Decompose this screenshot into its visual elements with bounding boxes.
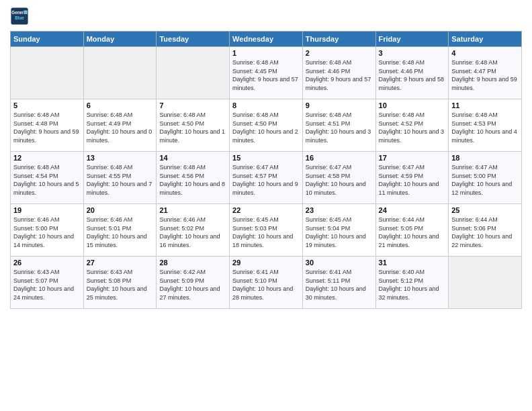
- calendar-week: 26Sunrise: 6:43 AMSunset: 5:07 PMDayligh…: [11, 257, 522, 309]
- header: General Blue: [10, 7, 522, 26]
- weekday-header: Saturday: [449, 32, 522, 47]
- calendar-cell: [83, 47, 157, 99]
- header-row: SundayMondayTuesdayWednesdayThursdayFrid…: [11, 32, 522, 47]
- calendar-cell: 16Sunrise: 6:47 AMSunset: 4:58 PMDayligh…: [302, 152, 375, 204]
- calendar-cell: 26Sunrise: 6:43 AMSunset: 5:07 PMDayligh…: [11, 257, 84, 309]
- day-info: Sunrise: 6:47 AMSunset: 4:58 PMDaylight:…: [306, 163, 373, 197]
- weekday-header: Wednesday: [230, 32, 303, 47]
- calendar-cell: 9Sunrise: 6:48 AMSunset: 4:51 PMDaylight…: [302, 99, 375, 152]
- calendar-cell: 2Sunrise: 6:48 AMSunset: 4:46 PMDaylight…: [302, 47, 375, 99]
- calendar-cell: 31Sunrise: 6:40 AMSunset: 5:12 PMDayligh…: [375, 257, 449, 309]
- day-info: Sunrise: 6:44 AMSunset: 5:05 PMDaylight:…: [379, 216, 446, 249]
- day-number: 31: [379, 259, 446, 267]
- day-number: 20: [87, 206, 154, 214]
- calendar-cell: 19Sunrise: 6:46 AMSunset: 5:00 PMDayligh…: [11, 204, 84, 257]
- calendar-cell: 23Sunrise: 6:45 AMSunset: 5:04 PMDayligh…: [302, 204, 375, 257]
- day-number: 25: [451, 206, 519, 214]
- calendar-cell: 6Sunrise: 6:48 AMSunset: 4:49 PMDaylight…: [83, 99, 157, 152]
- day-number: 15: [232, 154, 300, 162]
- calendar-cell: 21Sunrise: 6:46 AMSunset: 5:02 PMDayligh…: [157, 204, 230, 257]
- day-number: 12: [13, 154, 81, 162]
- day-number: 23: [306, 206, 373, 214]
- day-info: Sunrise: 6:48 AMSunset: 4:51 PMDaylight:…: [306, 111, 373, 144]
- day-info: Sunrise: 6:45 AMSunset: 5:03 PMDaylight:…: [232, 216, 300, 249]
- day-number: 13: [87, 154, 154, 162]
- day-number: 19: [13, 206, 81, 214]
- day-number: 9: [306, 101, 373, 109]
- day-info: Sunrise: 6:48 AMSunset: 4:50 PMDaylight:…: [232, 111, 300, 144]
- calendar-cell: 30Sunrise: 6:41 AMSunset: 5:11 PMDayligh…: [302, 257, 375, 309]
- calendar-week: 12Sunrise: 6:48 AMSunset: 4:54 PMDayligh…: [11, 152, 522, 204]
- calendar-cell: 10Sunrise: 6:48 AMSunset: 4:52 PMDayligh…: [375, 99, 449, 152]
- calendar-cell: 5Sunrise: 6:48 AMSunset: 4:48 PMDaylight…: [11, 99, 84, 152]
- day-number: 24: [379, 206, 446, 214]
- calendar-cell: 18Sunrise: 6:47 AMSunset: 5:00 PMDayligh…: [449, 152, 522, 204]
- day-number: 22: [232, 206, 300, 214]
- day-info: Sunrise: 6:44 AMSunset: 5:06 PMDaylight:…: [451, 216, 519, 249]
- day-number: 27: [87, 259, 154, 267]
- svg-text:Blue: Blue: [15, 15, 24, 20]
- weekday-header: Monday: [83, 32, 157, 47]
- day-number: 10: [379, 101, 446, 109]
- calendar-cell: 8Sunrise: 6:48 AMSunset: 4:50 PMDaylight…: [230, 99, 303, 152]
- day-info: Sunrise: 6:46 AMSunset: 5:01 PMDaylight:…: [87, 216, 154, 249]
- day-info: Sunrise: 6:48 AMSunset: 4:46 PMDaylight:…: [379, 58, 446, 92]
- weekday-header: Tuesday: [157, 32, 230, 47]
- calendar-cell: [11, 47, 84, 99]
- day-number: 4: [451, 49, 519, 57]
- logo-icon: General Blue: [10, 7, 29, 26]
- day-number: 14: [159, 154, 226, 162]
- day-info: Sunrise: 6:40 AMSunset: 5:12 PMDaylight:…: [379, 268, 446, 302]
- day-info: Sunrise: 6:41 AMSunset: 5:11 PMDaylight:…: [306, 268, 373, 302]
- day-info: Sunrise: 6:48 AMSunset: 4:54 PMDaylight:…: [13, 163, 81, 197]
- day-info: Sunrise: 6:48 AMSunset: 4:52 PMDaylight:…: [379, 111, 446, 144]
- day-info: Sunrise: 6:48 AMSunset: 4:48 PMDaylight:…: [13, 111, 81, 144]
- day-number: 3: [379, 49, 446, 57]
- day-number: 1: [232, 49, 300, 57]
- logo: General Blue: [10, 7, 29, 26]
- calendar-cell: 15Sunrise: 6:47 AMSunset: 4:57 PMDayligh…: [230, 152, 303, 204]
- calendar-week: 5Sunrise: 6:48 AMSunset: 4:48 PMDaylight…: [11, 99, 522, 152]
- day-number: 7: [159, 101, 226, 109]
- calendar-cell: 24Sunrise: 6:44 AMSunset: 5:05 PMDayligh…: [375, 204, 449, 257]
- day-number: 11: [451, 101, 519, 109]
- calendar-cell: [449, 257, 522, 309]
- day-info: Sunrise: 6:47 AMSunset: 5:00 PMDaylight:…: [451, 163, 519, 197]
- day-info: Sunrise: 6:41 AMSunset: 5:10 PMDaylight:…: [232, 268, 300, 302]
- weekday-header: Sunday: [11, 32, 84, 47]
- day-info: Sunrise: 6:48 AMSunset: 4:53 PMDaylight:…: [451, 111, 519, 144]
- day-info: Sunrise: 6:48 AMSunset: 4:45 PMDaylight:…: [232, 58, 300, 92]
- day-number: 18: [451, 154, 519, 162]
- day-info: Sunrise: 6:47 AMSunset: 4:59 PMDaylight:…: [379, 163, 446, 197]
- day-number: 6: [87, 101, 154, 109]
- calendar-cell: 11Sunrise: 6:48 AMSunset: 4:53 PMDayligh…: [449, 99, 522, 152]
- day-info: Sunrise: 6:46 AMSunset: 5:00 PMDaylight:…: [13, 216, 81, 249]
- day-info: Sunrise: 6:43 AMSunset: 5:07 PMDaylight:…: [13, 268, 81, 302]
- calendar-cell: 29Sunrise: 6:41 AMSunset: 5:10 PMDayligh…: [230, 257, 303, 309]
- day-number: 30: [306, 259, 373, 267]
- day-info: Sunrise: 6:48 AMSunset: 4:49 PMDaylight:…: [87, 111, 154, 144]
- day-number: 17: [379, 154, 446, 162]
- calendar-cell: 27Sunrise: 6:43 AMSunset: 5:08 PMDayligh…: [83, 257, 157, 309]
- calendar-cell: 22Sunrise: 6:45 AMSunset: 5:03 PMDayligh…: [230, 204, 303, 257]
- calendar-cell: 1Sunrise: 6:48 AMSunset: 4:45 PMDaylight…: [230, 47, 303, 99]
- day-info: Sunrise: 6:48 AMSunset: 4:46 PMDaylight:…: [306, 58, 373, 92]
- day-number: 2: [306, 49, 373, 57]
- day-info: Sunrise: 6:48 AMSunset: 4:56 PMDaylight:…: [159, 163, 226, 197]
- calendar-week: 19Sunrise: 6:46 AMSunset: 5:00 PMDayligh…: [11, 204, 522, 257]
- day-number: 16: [306, 154, 373, 162]
- day-info: Sunrise: 6:45 AMSunset: 5:04 PMDaylight:…: [306, 216, 373, 249]
- calendar-cell: 28Sunrise: 6:42 AMSunset: 5:09 PMDayligh…: [157, 257, 230, 309]
- calendar-cell: 14Sunrise: 6:48 AMSunset: 4:56 PMDayligh…: [157, 152, 230, 204]
- day-number: 28: [159, 259, 226, 267]
- day-number: 29: [232, 259, 300, 267]
- calendar-cell: 20Sunrise: 6:46 AMSunset: 5:01 PMDayligh…: [83, 204, 157, 257]
- weekday-header: Friday: [375, 32, 449, 47]
- day-info: Sunrise: 6:48 AMSunset: 4:55 PMDaylight:…: [87, 163, 154, 197]
- day-info: Sunrise: 6:46 AMSunset: 5:02 PMDaylight:…: [159, 216, 226, 249]
- day-info: Sunrise: 6:43 AMSunset: 5:08 PMDaylight:…: [87, 268, 154, 302]
- calendar-cell: [157, 47, 230, 99]
- page-container: General Blue SundayMondayTuesdayWednesda…: [0, 0, 532, 316]
- day-number: 8: [232, 101, 300, 109]
- calendar-cell: 25Sunrise: 6:44 AMSunset: 5:06 PMDayligh…: [449, 204, 522, 257]
